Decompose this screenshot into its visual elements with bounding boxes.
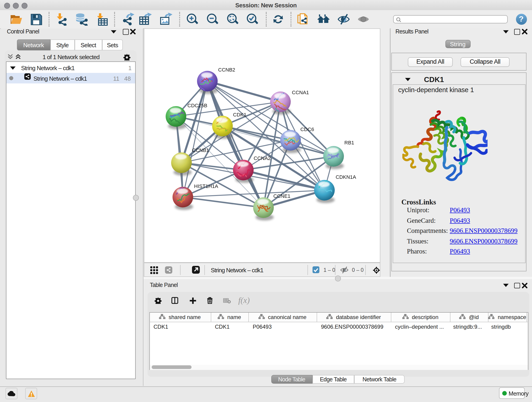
svg-text:HIST1H1A: HIST1H1A — [194, 183, 218, 189]
svg-text:CDC25B: CDC25B — [187, 103, 207, 108]
svg-text:CCNE1: CCNE1 — [273, 193, 291, 199]
svg-text:CCNB1: CCNB1 — [192, 147, 209, 153]
svg-text:CCNA2: CCNA2 — [254, 155, 271, 161]
svg-text:RB1: RB1 — [344, 140, 354, 146]
svg-text:CDKN1A: CDKN1A — [336, 174, 356, 180]
svg-text:CCNA1: CCNA1 — [292, 89, 309, 95]
svg-text:CDC6: CDC6 — [300, 127, 314, 132]
svg-text:CDK1: CDK1 — [233, 112, 247, 118]
svg-text:CCNB2: CCNB2 — [218, 67, 235, 73]
